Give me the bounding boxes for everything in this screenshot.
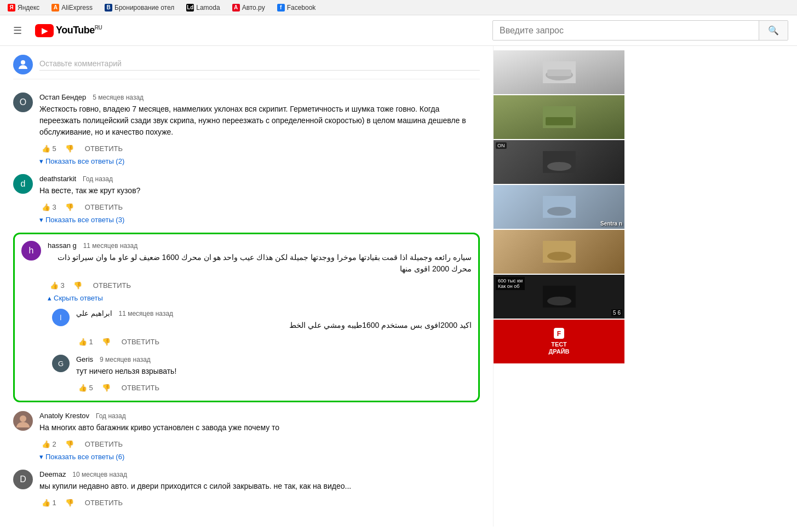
avatar-hassan: h: [21, 241, 41, 261]
sidebar-thumb-3[interactable]: ON: [494, 140, 624, 184]
dislike-button-deemaz[interactable]: 👎: [63, 496, 76, 509]
favicon-avto: А: [232, 4, 240, 11]
youtube-logo-icon: ▶: [35, 24, 54, 37]
youtube-logo[interactable]: ▶ YouTubeRU: [35, 24, 102, 37]
comment-actions-anatoly: 👍 2 👎 ОТВЕТИТЬ: [39, 438, 480, 450]
favicon-yandex: Я: [8, 4, 15, 11]
dislike-button-hassan[interactable]: 👎: [71, 279, 84, 292]
comment-placeholder[interactable]: Оставьте комментарий: [39, 59, 480, 71]
like-button-ibrahim[interactable]: 👍 1: [76, 336, 95, 348]
reply-button-deemaz[interactable]: ОТВЕТИТЬ: [81, 496, 127, 509]
comment-text-anatoly: На многих авто багажник криво установлен…: [39, 422, 480, 433]
like-button-geris[interactable]: 👍 5: [76, 381, 95, 394]
dislike-button-ostap[interactable]: 👎: [63, 142, 76, 155]
sidebar-badge-3: ON: [496, 142, 507, 149]
comment-ostap: О Остап Бендер 5 месяцев назад Жесткость…: [13, 92, 480, 165]
like-button-hassan[interactable]: 👍 3: [48, 279, 67, 292]
comment-anatoly: Anatoly Krestov Год назад На многих авто…: [13, 411, 480, 461]
tab-label-facebook: Facebook: [287, 4, 316, 11]
dislike-button-geris[interactable]: 👎: [100, 381, 113, 394]
tab-label-lamoda: Lamoda: [196, 4, 220, 11]
avatar-ibrahim: ا: [52, 309, 70, 326]
avatar-anatoly: [13, 411, 33, 431]
reply-time-geris: 9 месяцев назад: [100, 356, 151, 363]
comment-author-hassan: hassan g: [48, 241, 77, 250]
search-button[interactable]: 🔍: [759, 21, 788, 40]
sidebar-thumb-1[interactable]: [494, 50, 624, 94]
favicon-lamoda: Ld: [186, 4, 194, 11]
tab-avto[interactable]: А Авто.ру: [229, 3, 268, 13]
show-replies-anatoly[interactable]: ▾ Показать все ответы (6): [39, 453, 124, 461]
reply-author-geris: Geris: [76, 355, 93, 363]
highlighted-section: h hassan g 11 месяцев назад سياره رائعه …: [13, 233, 480, 402]
sidebar-label-6: 600 тыс кмКак он об: [496, 277, 525, 290]
tab-facebook[interactable]: f Facebook: [274, 3, 319, 13]
svg-point-9: [547, 162, 571, 171]
hide-replies-hassan[interactable]: ▴ Скрыть ответы: [48, 294, 103, 302]
comment-text-hassan: سياره رائعه وجميلة اذا قمت بقيادتها موخر…: [48, 252, 472, 275]
menu-icon[interactable]: ☰: [9, 20, 26, 41]
svg-point-15: [547, 297, 571, 305]
like-button-ostap[interactable]: 👍 5: [39, 142, 59, 155]
favicon-facebook: f: [277, 4, 285, 11]
comment-time-death: Год назад: [83, 175, 113, 183]
reply-button-anatoly[interactable]: ОТВЕТИТЬ: [81, 438, 127, 450]
tab-label-avto: Авто.ру: [242, 4, 265, 11]
sidebar-thumb-5[interactable]: [494, 230, 624, 274]
svg-point-13: [547, 252, 571, 261]
sidebar-label-4: Sentra n: [600, 221, 622, 227]
reply-text-geris: тут ничего нельзя взрывать!: [76, 366, 472, 377]
show-replies-death[interactable]: ▾ Показать все ответы (3): [39, 216, 124, 224]
hide-replies-label: Скрыть ответы: [54, 294, 103, 302]
comment-author-anatoly: Anatoly Krestov: [39, 412, 89, 420]
like-button-anatoly[interactable]: 👍 2: [39, 438, 59, 450]
show-replies-chevron-anatoly: ▾: [39, 453, 43, 461]
replies-section-hassan: ا ابراهيم علي 11 месяцев назад اكيد 2000…: [52, 309, 472, 394]
show-replies-label-death: Показать все ответы (3): [45, 216, 124, 224]
like-button-deemaz[interactable]: 👍 1: [39, 496, 59, 509]
comment-content-deemaz: Deemaz 10 месяцев назад мы купили недавн…: [39, 470, 480, 509]
comment-author-death: deathstarkit: [39, 175, 76, 183]
comment-time-hassan: 11 месяцев назад: [83, 242, 138, 250]
comment-time-anatoly: Год назад: [96, 412, 126, 420]
sidebar-thumb-6[interactable]: 600 тыс кмКак он об 5 6: [494, 275, 624, 319]
reply-button-ostap[interactable]: ОТВЕТИТЬ: [81, 142, 127, 155]
dislike-button-ibrahim[interactable]: 👎: [100, 336, 113, 348]
dislike-button-anatoly[interactable]: 👎: [63, 438, 76, 450]
reply-content-geris: Geris 9 месяцев назад тут ничего нельзя …: [76, 355, 472, 394]
tab-yandex[interactable]: Я Яндекс: [4, 3, 43, 13]
reply-button-hassan[interactable]: ОТВЕТИТЬ: [89, 279, 135, 292]
reply-button-ibrahim[interactable]: ОТВЕТИТЬ: [117, 336, 164, 348]
tab-aliexpress[interactable]: A AliExpress: [48, 3, 96, 13]
tab-label-yandex: Яндекс: [18, 4, 39, 11]
comment-actions-deemaz: 👍 1 👎 ОТВЕТИТЬ: [39, 496, 480, 509]
comment-text-ostap: Жесткость говно, владею 7 месяцев, намме…: [39, 103, 480, 138]
reply-button-geris[interactable]: ОТВЕТИТЬ: [117, 381, 164, 394]
show-replies-label-anatoly: Показать все ответы (6): [45, 453, 124, 461]
hide-replies-chevron: ▴: [48, 294, 51, 302]
comment-author-ostap: Остап Бендер: [39, 93, 86, 101]
comment-actions-death: 👍 3 👎 ОТВЕТИТЬ: [39, 201, 480, 213]
tab-bron[interactable]: B Бронирование отел: [101, 3, 177, 13]
show-replies-ostap[interactable]: ▾ Показать все ответы (2): [39, 157, 124, 165]
comment-actions-hassan: 👍 3 👎 ОТВЕТИТЬ: [48, 279, 472, 292]
comment-actions-ostap: 👍 5 👎 ОТВЕТИТЬ: [39, 142, 480, 155]
dislike-button-death[interactable]: 👎: [63, 201, 76, 213]
favicon-ali: A: [51, 4, 59, 11]
sidebar-thumb-7[interactable]: F ТЕСТДРАЙВ: [494, 320, 624, 363]
tab-label-bron: Бронирование отел: [114, 4, 174, 11]
sidebar-thumb-2[interactable]: [494, 95, 624, 139]
reply-time-ibrahim: 11 месяцев назад: [119, 310, 174, 317]
comments-area: Оставьте комментарий О Остап Бендер 5 ме…: [0, 46, 493, 527]
search-input[interactable]: [493, 21, 759, 40]
favicon-bron: B: [105, 4, 112, 11]
comment-content-hassan: hassan g 11 месяцев назад سياره رائعه وج…: [48, 241, 472, 394]
sidebar-thumb-4[interactable]: Sentra n: [494, 185, 624, 229]
tab-lamoda[interactable]: Ld Lamoda: [183, 3, 223, 13]
like-button-death[interactable]: 👍 3: [39, 201, 59, 213]
svg-point-0: [21, 60, 25, 65]
comment-death: d deathstarkit Год назад На весте, так ж…: [13, 174, 480, 224]
comment-author-deemaz: Deemaz: [39, 470, 66, 478]
reply-button-death[interactable]: ОТВЕТИТЬ: [81, 201, 127, 213]
sidebar: ON Sentra n 600 тыс кмКак он об 5 6: [493, 46, 624, 527]
